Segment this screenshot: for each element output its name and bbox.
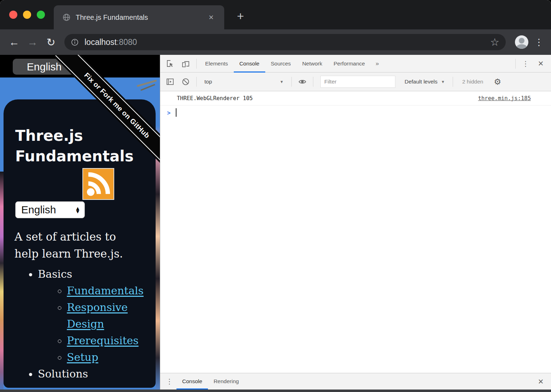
url-port: :8080	[117, 38, 137, 47]
scene-branch-decoration	[137, 77, 158, 92]
content-area: English Three.js Fundamentals English ▲▼	[0, 55, 551, 390]
zoom-window-button[interactable]	[37, 11, 45, 19]
clear-console-icon[interactable]	[178, 73, 193, 91]
site-title: Three.js Fundamentals	[15, 126, 143, 166]
minimize-window-button[interactable]	[23, 11, 31, 19]
close-window-button[interactable]	[9, 11, 17, 19]
webpage-viewport: English Three.js Fundamentals English ▲▼	[0, 55, 160, 390]
console-sidebar-icon[interactable]	[162, 73, 178, 91]
globe-favicon-icon	[62, 13, 71, 22]
new-tab-button[interactable]: +	[233, 9, 248, 23]
divider	[291, 77, 292, 87]
avatar-head	[519, 38, 524, 44]
inspect-element-icon[interactable]	[162, 55, 178, 72]
nav-link-fundamentals: Fundamentals	[67, 282, 147, 299]
browser-toolbar: ← → ↻ localhost:8080 ☆ ⋮	[0, 29, 551, 55]
divider	[196, 77, 197, 87]
log-levels-value: Default levels	[405, 79, 437, 85]
language-select[interactable]: English ▲▼	[15, 201, 85, 218]
back-icon[interactable]: ←	[5, 34, 23, 51]
reload-icon[interactable]: ↻	[42, 34, 60, 51]
tab-close-icon[interactable]: ×	[207, 12, 216, 23]
console-message-text: THREE.WebGLRenderer 105	[177, 95, 253, 102]
devtools-drawer: ⋮ Console Rendering ×	[160, 373, 551, 390]
window-controls	[9, 11, 45, 19]
devtools-menu-icon[interactable]: ⋮	[518, 59, 533, 68]
drawer-tab-rendering[interactable]: Rendering	[208, 373, 245, 390]
nav-link-responsive-design: Responsive Design	[67, 299, 147, 332]
setup-link[interactable]: Setup	[67, 351, 98, 363]
url-host: localhost	[85, 38, 117, 47]
devtools-close-icon[interactable]: ×	[533, 58, 549, 69]
site-info-icon[interactable]	[71, 38, 79, 46]
live-expression-eye-icon[interactable]	[295, 73, 310, 91]
chevron-down-icon: ▼	[441, 80, 445, 84]
site-tagline: A set of articles to help learn Three.js…	[14, 228, 137, 262]
text-cursor	[176, 108, 177, 117]
drawer-tab-console[interactable]: Console	[176, 373, 208, 390]
console-filter-input[interactable]	[320, 76, 395, 88]
article-nav: Basics Fundamentals Responsive Design Pr…	[15, 266, 151, 382]
prerequisites-link[interactable]: Prerequisites	[67, 334, 139, 347]
devtools-tab-bar: Elements Console Sources Network Perform…	[160, 55, 551, 73]
console-message-source-link[interactable]: three.min.js:185	[478, 95, 531, 102]
scene-background-right-strip	[156, 126, 160, 390]
tab-title: Three.js Fundamentals	[76, 13, 207, 22]
fundamentals-link[interactable]: Fundamentals	[67, 284, 144, 297]
avatar-body	[516, 44, 527, 49]
window-bottom-edge	[0, 390, 551, 392]
console-settings-gear-icon[interactable]: ⚙	[489, 77, 505, 87]
chevron-down-icon: ▼	[280, 80, 284, 84]
language-select-value: English	[21, 204, 75, 216]
divider	[313, 77, 313, 87]
bookmark-star-icon[interactable]: ☆	[490, 36, 499, 48]
divider	[453, 77, 453, 87]
tab-console[interactable]: Console	[234, 55, 265, 72]
console-toolbar: top ▼ Default levels ▼ 2 hidden ⚙	[160, 73, 551, 91]
console-prompt[interactable]: >	[160, 105, 551, 120]
hidden-messages-count[interactable]: 2 hidden	[456, 79, 489, 85]
context-value: top	[204, 79, 212, 85]
site-content-panel: Three.js Fundamentals English ▲▼ A set o…	[4, 99, 156, 388]
forward-icon[interactable]: →	[23, 34, 42, 51]
nav-section-basics: Basics Fundamentals Responsive Design Pr…	[38, 266, 151, 365]
device-toolbar-icon[interactable]	[178, 55, 193, 72]
more-tabs-icon[interactable]: »	[371, 60, 384, 67]
scene-background-left-strip	[0, 172, 4, 390]
nav-link-setup: Setup	[67, 349, 147, 365]
browser-window: Three.js Fundamentals × + ← → ↻ localhos…	[0, 0, 551, 392]
tab-network[interactable]: Network	[296, 55, 328, 72]
divider	[515, 59, 516, 69]
profile-avatar[interactable]	[515, 35, 528, 49]
responsive-design-link[interactable]: Responsive Design	[67, 301, 128, 330]
tab-elements[interactable]: Elements	[199, 55, 234, 72]
console-empty-area[interactable]	[160, 120, 551, 373]
browser-tab[interactable]: Three.js Fundamentals ×	[54, 5, 224, 29]
address-bar[interactable]: localhost:8080 ☆	[64, 34, 506, 50]
console-message-row: THREE.WebGLRenderer 105 three.min.js:185	[160, 91, 551, 105]
log-levels-select[interactable]: Default levels ▼	[400, 79, 450, 85]
browser-menu-icon[interactable]: ⋮	[532, 37, 546, 48]
drawer-close-icon[interactable]: ×	[533, 376, 549, 387]
select-spinner-icon: ▲▼	[75, 207, 80, 213]
nav-section-solutions: Solutions	[38, 365, 151, 382]
prompt-chevron-icon: >	[167, 109, 171, 116]
rss-feed-icon[interactable]	[82, 168, 114, 200]
tab-performance[interactable]: Performance	[328, 55, 371, 72]
execution-context-select[interactable]: top ▼	[199, 79, 289, 85]
tab-sources[interactable]: Sources	[265, 55, 297, 72]
divider	[196, 59, 197, 69]
tab-strip: Three.js Fundamentals × +	[0, 0, 551, 29]
devtools-panel: Elements Console Sources Network Perform…	[160, 55, 551, 390]
nav-link-prerequisites: Prerequisites	[67, 332, 147, 349]
drawer-menu-icon[interactable]: ⋮	[162, 377, 176, 386]
